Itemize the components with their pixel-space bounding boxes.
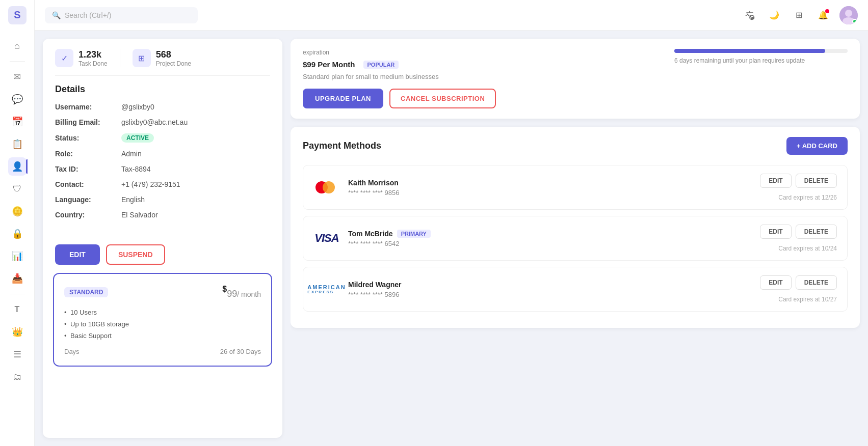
sidebar-item-crown[interactable]: 👑 — [8, 323, 27, 341]
visa-edit-button[interactable]: EDIT — [760, 225, 791, 239]
contact-label: Contact: — [55, 180, 121, 188]
search-box[interactable]: 🔍 Search (Ctrl+/) — [45, 7, 198, 23]
notification-dot — [825, 9, 829, 13]
visa-delete-button[interactable]: DELETE — [796, 225, 837, 239]
upgrade-plan-button[interactable]: UPGRADE PLAN — [303, 89, 383, 108]
mc-circle-right — [323, 181, 335, 193]
days-label: Days — [64, 348, 80, 355]
sidebar-item-notes[interactable]: 📋 — [8, 135, 27, 153]
sidebar-divider-2 — [10, 294, 25, 294]
username-label: Username: — [55, 103, 121, 111]
task-done-value: 1.23k — [78, 49, 108, 60]
plan-feature-1: 10 Users — [64, 309, 261, 316]
task-done-label: Task Done — [78, 60, 108, 67]
main-content: 🔍 Search (Ctrl+/) 🌙 ⊞ 🔔 — [35, 0, 868, 446]
sidebar-item-users[interactable]: 👤 — [8, 157, 27, 176]
translate-icon[interactable] — [742, 7, 758, 23]
visa-name: Tom McBride PRIMARY — [348, 230, 760, 238]
role-value: Admin — [121, 150, 142, 158]
sidebar-item-lock[interactable]: 🔒 — [8, 225, 27, 243]
billing-email-label: Billing Email: — [55, 118, 121, 126]
expiry-label: expiration — [303, 49, 496, 56]
visa-action-row: EDIT DELETE — [760, 225, 837, 239]
plan-card: STANDARD $99/ month 10 Users Up to 10GB … — [53, 273, 272, 367]
amex-info: Mildred Wagner **** **** **** 5896 — [348, 281, 760, 298]
plan-info-top: expiration $99 Per Month POPULAR Standar… — [303, 49, 848, 108]
app-logo[interactable]: S — [8, 6, 27, 24]
amex-number: **** **** **** 5896 — [348, 291, 760, 298]
language-label: Language: — [55, 196, 121, 204]
svg-text:S: S — [14, 9, 20, 20]
sidebar-item-chat[interactable]: 💬 — [8, 90, 27, 108]
grid-icon[interactable]: ⊞ — [791, 7, 807, 23]
notification-icon[interactable]: 🔔 — [815, 7, 831, 23]
stat-task-done: ✓ 1.23k Task Done — [55, 49, 108, 67]
add-card-button[interactable]: + ADD CARD — [786, 137, 848, 155]
visa-expire: Card expires at 10/24 — [778, 245, 837, 252]
primary-badge: PRIMARY — [397, 230, 431, 238]
svg-point-4 — [845, 10, 852, 17]
sidebar-item-calendar[interactable]: 📅 — [8, 113, 27, 131]
sidebar-item-home[interactable]: ⌂ — [8, 37, 27, 55]
edit-button[interactable]: EDIT — [55, 244, 100, 265]
payment-card: Payment Methods + ADD CARD — [291, 127, 860, 328]
stats-row: ✓ 1.23k Task Done ⊞ 568 Project Done — [43, 39, 282, 75]
sidebar-item-archive[interactable]: 🗂 — [8, 368, 27, 386]
plan-progress-row: Days 26 of 30 Days — [64, 348, 261, 355]
amex-expire: Card expires at 10/27 — [778, 296, 837, 303]
project-done-value: 568 — [156, 49, 191, 60]
sidebar-item-billing[interactable]: 🪙 — [8, 202, 27, 220]
mastercard-edit-button[interactable]: EDIT — [760, 174, 791, 188]
page-body: ✓ 1.23k Task Done ⊞ 568 Project Done — [35, 31, 868, 446]
avatar-online-indicator — [852, 19, 857, 24]
sidebar-item-download[interactable]: 📥 — [8, 269, 27, 288]
days-value: 26 of 30 Days — [220, 348, 261, 355]
task-done-icon: ✓ — [55, 49, 73, 67]
plan-price-value: 99 — [227, 289, 237, 299]
mastercard-logo — [313, 178, 340, 197]
language-value: English — [121, 196, 145, 204]
avatar[interactable] — [839, 6, 858, 24]
detail-contact: Contact: +1 (479) 232-9151 — [55, 180, 270, 188]
plan-price-period: / month — [237, 290, 261, 298]
progress-bar-outer — [674, 49, 848, 53]
expiry-bar-section: 6 days remaining until your plan require… — [674, 49, 848, 64]
project-done-icon: ⊞ — [133, 49, 151, 67]
role-label: Role: — [55, 150, 121, 158]
visa-logo: VISA — [313, 229, 340, 247]
detail-tax-id: Tax ID: Tax-8894 — [55, 165, 270, 173]
status-label: Status: — [55, 134, 121, 142]
plan-header: STANDARD $99/ month — [64, 284, 261, 300]
detail-role: Role: Admin — [55, 150, 270, 158]
detail-status: Status: ACTIVE — [55, 133, 270, 143]
sidebar-item-reports[interactable]: 📊 — [8, 247, 27, 265]
country-value: El Salvador — [121, 211, 158, 219]
mastercard-action-row: EDIT DELETE — [760, 174, 837, 188]
plan-badge: STANDARD — [64, 287, 108, 297]
visa-number: **** **** **** 6542 — [348, 240, 760, 247]
topbar: 🔍 Search (Ctrl+/) 🌙 ⊞ 🔔 — [35, 0, 868, 31]
sidebar-item-text[interactable]: T — [8, 300, 27, 319]
amex-delete-button[interactable]: DELETE — [796, 275, 837, 290]
search-icon: 🔍 — [52, 11, 61, 19]
card-item-visa: VISA Tom McBride PRIMARY **** **** **** … — [303, 216, 848, 261]
detail-language: Language: English — [55, 196, 270, 204]
stat-task-text: 1.23k Task Done — [78, 49, 108, 67]
dark-mode-icon[interactable]: 🌙 — [766, 7, 782, 23]
amex-edit-button[interactable]: EDIT — [760, 275, 791, 290]
mastercard-delete-button[interactable]: DELETE — [796, 174, 837, 188]
suspend-button[interactable]: SUSPEND — [106, 244, 165, 265]
sidebar-item-security[interactable]: 🛡 — [8, 180, 27, 198]
popular-badge: POPULAR — [363, 61, 399, 69]
card-item-amex: AMERICAN EXPRESS Mildred Wagner **** ***… — [303, 267, 848, 312]
tax-id-value: Tax-8894 — [121, 165, 151, 173]
cancel-subscription-button[interactable]: CANCEL SUBSCRIPTION — [389, 89, 496, 108]
stat-project-text: 568 Project Done — [156, 49, 191, 67]
amex-line2: EXPRESS — [307, 290, 346, 294]
amex-logo: AMERICAN EXPRESS — [313, 280, 340, 298]
sidebar-item-layers[interactable]: ☰ — [8, 345, 27, 364]
plan-info-row: $99 Per Month POPULAR — [303, 60, 496, 69]
sidebar-item-mail[interactable]: ✉ — [8, 68, 27, 86]
details-title: Details — [55, 75, 270, 95]
right-panel: expiration $99 Per Month POPULAR Standar… — [291, 31, 868, 446]
